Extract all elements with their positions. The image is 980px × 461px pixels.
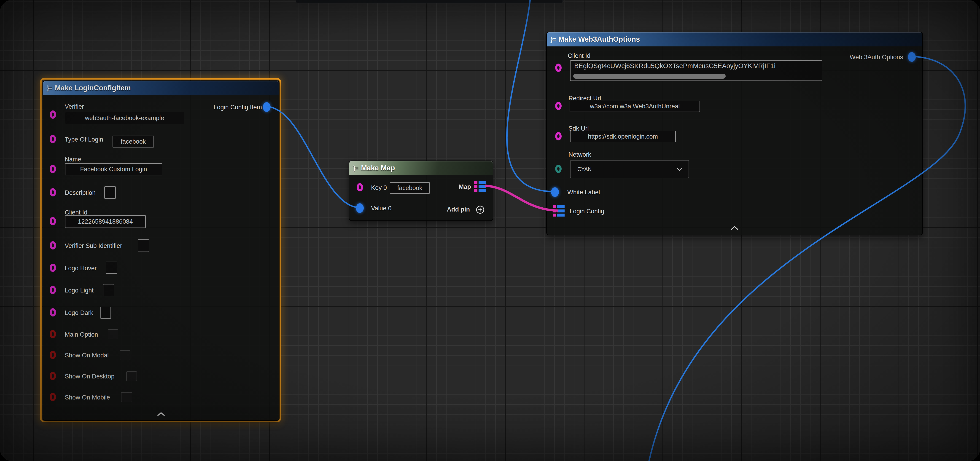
pin-label: Logo Dark <box>65 309 93 316</box>
pin-web3auth-options-output[interactable] <box>908 52 916 62</box>
logo-hover-input[interactable] <box>106 262 117 274</box>
description-input[interactable] <box>104 186 116 199</box>
field-scrollbar[interactable] <box>573 74 725 79</box>
sdk-url-input[interactable]: https://sdk.openlogin.com <box>570 131 676 142</box>
node-header[interactable]: }= Make Web3AuthOptions <box>547 32 922 46</box>
logo-dark-input[interactable] <box>100 307 111 319</box>
make-struct-icon: }= <box>47 84 51 92</box>
pin-label: Key 0 <box>371 184 387 191</box>
pin-label: Type Of Login <box>65 136 103 143</box>
pin-name[interactable] <box>49 165 56 173</box>
pin-show-on-modal[interactable] <box>49 351 56 359</box>
pin-value-0[interactable] <box>356 203 364 213</box>
output-pin-label: Web 3Auth Options <box>850 54 903 61</box>
node-make-map[interactable]: }≡ Make Map Key 0 facebook Map Value 0 A… <box>349 161 493 221</box>
chevron-down-icon <box>676 167 682 171</box>
node-header[interactable]: }= Make LoginConfigItem <box>43 81 279 95</box>
pin-main-option[interactable] <box>49 330 56 338</box>
redirect-url-input[interactable]: w3a://com.w3a.Web3AuthUnreal <box>570 101 700 112</box>
type-of-login-input[interactable]: facebook <box>113 136 154 148</box>
pin-verifier[interactable] <box>49 110 56 119</box>
pin-logo-hover[interactable] <box>49 264 56 272</box>
verifier-input[interactable]: web3auth-facebook-example <box>65 112 185 124</box>
pin-network[interactable] <box>555 165 562 173</box>
pin-label: White Label <box>567 189 600 196</box>
collapse-chevron-icon[interactable] <box>157 412 165 416</box>
pin-show-on-desktop[interactable] <box>49 372 56 380</box>
offscreen-node-fragment[interactable] <box>296 0 563 3</box>
pin-label: Description <box>65 189 95 196</box>
pin-login-config-item-output[interactable] <box>263 102 270 112</box>
verifier-sub-identifier-input[interactable] <box>138 239 149 252</box>
pin-label: Network <box>568 151 591 158</box>
pin-label: Verifier <box>65 103 84 110</box>
client-id-input[interactable]: 1222658941886084 <box>65 215 146 228</box>
pin-label: Verifier Sub Identifier <box>65 242 122 250</box>
pin-logo-light[interactable] <box>49 286 56 294</box>
pin-label: Show On Desktop <box>65 373 115 380</box>
pin-label: Name <box>65 156 81 163</box>
node-title: Make LoginConfigItem <box>55 84 130 92</box>
pin-show-on-mobile[interactable] <box>49 393 56 401</box>
pin-logo-dark[interactable] <box>49 308 56 316</box>
pin-type-of-login[interactable] <box>49 135 56 143</box>
network-dropdown[interactable]: CYAN <box>570 160 689 178</box>
pin-label: Main Option <box>65 331 98 338</box>
network-selected-value: CYAN <box>578 166 592 172</box>
pin-client-id[interactable] <box>555 64 562 72</box>
pin-key-0[interactable] <box>356 183 363 191</box>
logo-light-input[interactable] <box>103 284 114 296</box>
pin-verifier-sub-identifier[interactable] <box>49 241 56 250</box>
main-option-checkbox[interactable] <box>108 329 118 339</box>
pin-description[interactable] <box>49 188 56 196</box>
pin-label: Show On Modal <box>65 352 109 359</box>
pin-label: Logo Light <box>65 287 94 294</box>
make-struct-icon: }= <box>550 36 555 43</box>
node-make-web3authoptions[interactable]: }= Make Web3AuthOptions Client Id BEglQS… <box>546 32 923 235</box>
node-make-loginconfigitem[interactable]: }= Make LoginConfigItem Verifier web3aut… <box>43 81 280 421</box>
show-on-mobile-checkbox[interactable] <box>121 392 132 402</box>
pin-label: Client Id <box>568 52 590 59</box>
pin-label: Value 0 <box>371 205 391 212</box>
node-title: Make Map <box>361 164 395 172</box>
collapse-chevron-icon[interactable] <box>730 226 739 230</box>
name-input[interactable]: Facebook Custom Login <box>65 163 162 175</box>
add-pin-icon[interactable] <box>476 205 485 214</box>
pin-label: Show On Mobile <box>65 394 110 401</box>
node-header[interactable]: }≡ Make Map <box>349 161 493 175</box>
pin-white-label[interactable] <box>551 187 559 197</box>
pin-redirect-url[interactable] <box>555 102 562 110</box>
show-on-modal-checkbox[interactable] <box>119 350 130 360</box>
output-pin-label: Login Config Item <box>213 103 262 111</box>
pin-login-config[interactable] <box>553 205 565 216</box>
output-pin-label: Map <box>459 183 471 191</box>
blueprint-graph-canvas[interactable]: }= Make LoginConfigItem Verifier web3aut… <box>0 0 980 461</box>
show-on-desktop-checkbox[interactable] <box>126 371 137 381</box>
make-map-icon: }≡ <box>353 164 358 172</box>
pin-label: Login Config <box>570 208 605 215</box>
pin-map-output[interactable] <box>474 181 486 192</box>
pin-label: Logo Hover <box>65 265 97 272</box>
node-title: Make Web3AuthOptions <box>558 35 640 43</box>
key-0-input[interactable]: facebook <box>390 182 430 194</box>
pin-client-id[interactable] <box>49 217 56 225</box>
add-pin-label: Add pin <box>447 206 470 213</box>
pin-sdk-url[interactable] <box>555 132 562 140</box>
